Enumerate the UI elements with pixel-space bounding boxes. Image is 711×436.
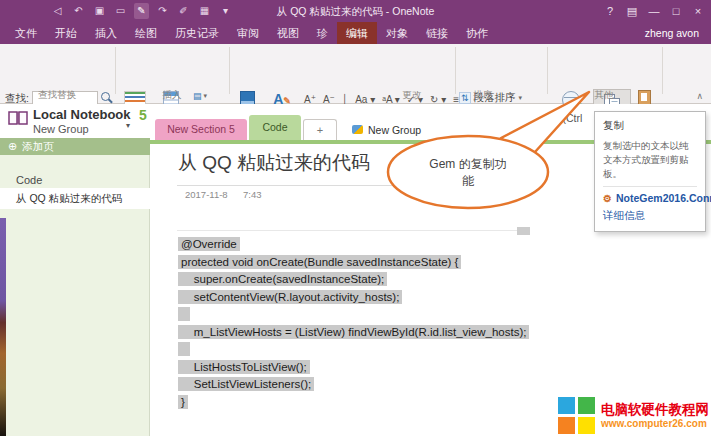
paste-icon[interactable] — [638, 90, 651, 105]
code-line: ListHostsToListView(); — [178, 359, 529, 377]
ribbon-tabs: 文件开始插入绘图历史记录审阅视图珍编辑对象链接协作 — [0, 22, 497, 44]
tooltip-title: 复制 — [603, 119, 697, 133]
redo-icon[interactable]: ↷ — [155, 3, 170, 19]
watermark: 电脑软硬件教程网 www.computer26.com — [558, 397, 709, 434]
tab-zhen[interactable]: 珍 — [308, 22, 337, 44]
group-label-insert: 插入 — [142, 89, 202, 102]
chevron-down-icon[interactable]: ▾ — [126, 121, 130, 130]
undo-icon[interactable]: ↶ — [71, 3, 86, 19]
code-line — [178, 306, 529, 324]
tab-review[interactable]: 审阅 — [228, 22, 268, 44]
close-button[interactable]: × — [687, 0, 709, 22]
full-page-view-icon[interactable]: ▭ — [113, 3, 128, 19]
signed-in-user[interactable]: zheng avon — [645, 22, 711, 44]
tab-draw[interactable]: 绘图 — [126, 22, 166, 44]
new-section-tab-button[interactable]: + — [303, 119, 337, 140]
chevron-down-icon: ▾ — [204, 92, 208, 100]
section-group-icon — [352, 125, 363, 134]
page-title[interactable]: 从 QQ 粘贴过来的代码 — [178, 150, 370, 176]
addin-gear-icon: ⚙ — [603, 193, 612, 204]
quick-access-toolbar: ◁↶▣▭✎↷✐▦▾ — [50, 0, 233, 22]
code-line: setContentView(R.layout.activity_hosts); — [178, 289, 529, 307]
tab-view[interactable]: 视图 — [268, 22, 308, 44]
addin-name: NoteGem2016.Connect — [616, 192, 711, 204]
desktop-edge-strip — [0, 218, 6, 436]
addin-row: ⚙ NoteGem2016.Connect — [603, 192, 697, 204]
favorite-pen-icon[interactable]: ✎ — [134, 3, 149, 19]
chart-icon[interactable]: ▦ — [197, 3, 212, 19]
code-line: SetListViewListeners(); — [178, 376, 529, 394]
back-icon[interactable]: ◁ — [50, 3, 65, 19]
code-line: @Override — [178, 236, 529, 254]
tab-file[interactable]: 文件 — [6, 22, 46, 44]
tooltip-body: 复制选中的文本以纯文本方式放置到剪贴板。 — [603, 139, 697, 180]
collapse-ribbon-icon[interactable]: ∧ — [696, 91, 703, 101]
window-controls: ? ▤ — □ × — [599, 0, 709, 22]
tab-object[interactable]: 对象 — [377, 22, 417, 44]
details-link[interactable]: 详细信息 — [603, 209, 697, 223]
notebook-name[interactable]: Local Notebook — [33, 107, 131, 122]
watermark-logo — [558, 397, 595, 434]
watermark-site-name: 电脑软硬件教程网 — [601, 402, 709, 418]
callout-text: Gem 的复制功能 — [424, 156, 512, 190]
ribbon-tab-row: 文件开始插入绘图历史记录审阅视图珍编辑对象链接协作 zheng avon — [0, 22, 711, 44]
maximize-button[interactable]: □ — [665, 0, 687, 22]
copy-tooltip: 复制 复制选中的文本以纯文本方式放置到剪贴板。 ⚙ NoteGem2016.Co… — [594, 111, 706, 232]
onenote-window: ◁↶▣▭✎↷✐▦▾ 从 QQ 粘贴过来的代码 - OneNote ? ▤ — □… — [0, 0, 711, 436]
tab-link[interactable]: 链接 — [417, 22, 457, 44]
page-date: 2017-11-8 — [185, 189, 228, 200]
outline-container-edge — [177, 230, 526, 231]
tab-edit[interactable]: 编辑 — [337, 22, 377, 44]
code-line: super.onCreate(savedInstanceState); — [178, 271, 529, 289]
page-time: 7:43 — [243, 189, 262, 200]
add-page-button[interactable]: ⊕添加页 — [0, 138, 150, 155]
section-tab-new-section-5[interactable]: New Section 5 — [155, 119, 247, 140]
code-line: protected void onCreate(Bundle savedInst… — [178, 254, 529, 272]
code-line: m_ListViewHosts = (ListView) findViewByI… — [178, 324, 529, 342]
help-button[interactable]: ? — [599, 0, 621, 22]
minimize-button[interactable]: — — [643, 0, 665, 22]
notebook-icon — [8, 110, 28, 127]
group-label-find-replace: 查找替换 — [27, 89, 87, 102]
tab-history[interactable]: 历史记录 — [166, 22, 228, 44]
outline-handle[interactable] — [517, 227, 530, 235]
page-list-item-selected[interactable]: 从 QQ 粘贴过来的代码 — [0, 188, 150, 209]
callout-bubble — [383, 86, 608, 214]
tab-insert[interactable]: 插入 — [86, 22, 126, 44]
section-tab-code-active[interactable]: Code — [249, 115, 301, 140]
ribbon-display-options-button[interactable]: ▤ — [621, 0, 643, 22]
qat-more-icon[interactable]: ▾ — [218, 3, 233, 19]
search-icon[interactable] — [101, 92, 110, 101]
count-badge: 5 — [139, 107, 147, 123]
page-list-section-header: Code — [16, 174, 42, 186]
dock-to-desktop-icon[interactable]: ▣ — [92, 3, 107, 19]
notebook-group-name[interactable]: New Group — [33, 123, 89, 135]
tab-home[interactable]: 开始 — [46, 22, 86, 44]
code-line: } — [178, 394, 529, 412]
draw-icon[interactable]: ✐ — [176, 3, 191, 19]
watermark-url: www.computer26.com — [601, 418, 709, 429]
code-line — [178, 341, 529, 359]
tab-collab[interactable]: 协作 — [457, 22, 497, 44]
title-bar: ◁↶▣▭✎↷✐▦▾ 从 QQ 粘贴过来的代码 - OneNote ? ▤ — □… — [0, 0, 711, 22]
add-icon: ⊕ — [8, 140, 17, 152]
code-block[interactable]: @Overrideprotected void onCreate(Bundle … — [178, 236, 529, 411]
